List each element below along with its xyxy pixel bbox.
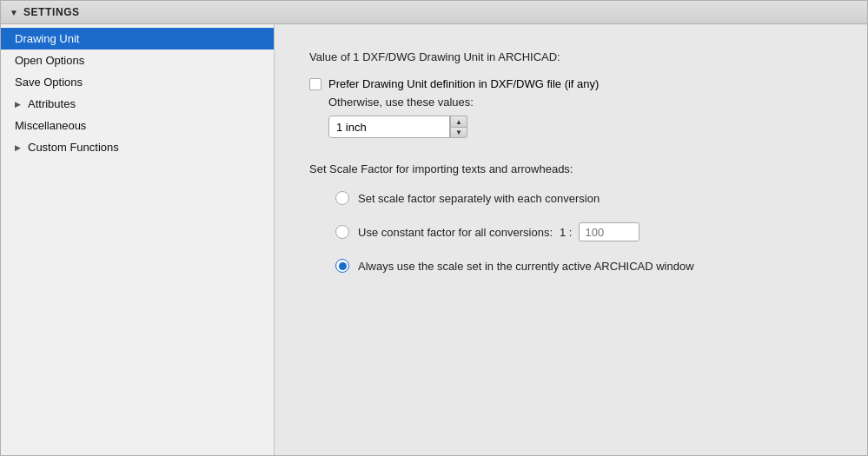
unit-select-wrapper: ▲ ▼ xyxy=(328,116,832,138)
radio-separately-label: Set scale factor separately with each co… xyxy=(358,192,600,205)
unit-stepper: ▲ ▼ xyxy=(450,116,467,138)
radio-active-window-button[interactable] xyxy=(335,259,349,273)
sidebar-item-open-options[interactable]: Open Options xyxy=(1,50,274,71)
sidebar-item-custom-functions[interactable]: Custom Functions xyxy=(1,136,274,158)
content-area: Value of 1 DXF/DWG Drawing Unit in ARCHI… xyxy=(275,24,867,455)
sidebar-item-open-options-label: Open Options xyxy=(15,54,84,67)
main-area: Drawing Unit Open Options Save Options A… xyxy=(1,24,867,455)
sidebar-item-drawing-unit[interactable]: Drawing Unit xyxy=(1,28,274,50)
radio-constant-row: Use constant factor for all conversions:… xyxy=(309,222,832,241)
sidebar-item-drawing-unit-label: Drawing Unit xyxy=(15,32,79,45)
factor-input[interactable] xyxy=(579,222,639,241)
sidebar-item-attributes[interactable]: Attributes xyxy=(1,93,274,115)
prefer-drawing-unit-label: Prefer Drawing Unit definition in DXF/DW… xyxy=(328,77,599,90)
sidebar-item-attributes-label: Attributes xyxy=(28,97,76,110)
sidebar-item-custom-functions-label: Custom Functions xyxy=(28,141,119,154)
settings-header: ▼ SETTINGS xyxy=(1,1,867,24)
sidebar: Drawing Unit Open Options Save Options A… xyxy=(1,24,275,455)
radio-active-window-row: Always use the scale set in the currentl… xyxy=(309,259,832,273)
otherwise-label: Otherwise, use these values: xyxy=(328,96,832,109)
section-title: Value of 1 DXF/DWG Drawing Unit in ARCHI… xyxy=(309,50,832,63)
radio-separately-button[interactable] xyxy=(335,191,349,205)
sidebar-item-save-options-label: Save Options xyxy=(15,76,83,89)
unit-stepper-down-button[interactable]: ▼ xyxy=(450,127,467,138)
radio-active-window-label: Always use the scale set in the currentl… xyxy=(358,260,694,273)
collapse-triangle-icon[interactable]: ▼ xyxy=(10,8,18,17)
prefer-drawing-unit-row: Prefer Drawing Unit definition in DXF/DW… xyxy=(309,77,832,90)
radio-separately-row: Set scale factor separately with each co… xyxy=(309,191,832,205)
constant-factor-row: Use constant factor for all conversions:… xyxy=(358,222,639,241)
settings-panel: ▼ SETTINGS Drawing Unit Open Options Sav… xyxy=(0,0,868,456)
unit-stepper-up-button[interactable]: ▲ xyxy=(450,116,467,127)
sidebar-item-miscellaneous[interactable]: Miscellaneous xyxy=(1,115,274,136)
radio-constant-button[interactable] xyxy=(335,225,349,239)
radio-constant-label: Use constant factor for all conversions: xyxy=(358,226,553,239)
scale-factor-title: Set Scale Factor for importing texts and… xyxy=(309,162,832,175)
settings-title: SETTINGS xyxy=(23,6,80,18)
sidebar-item-save-options[interactable]: Save Options xyxy=(1,71,274,93)
unit-select-input[interactable] xyxy=(328,116,450,138)
sidebar-item-miscellaneous-label: Miscellaneous xyxy=(15,119,86,132)
factor-colon-label: 1 : xyxy=(560,226,572,239)
prefer-drawing-unit-checkbox[interactable] xyxy=(309,78,321,90)
